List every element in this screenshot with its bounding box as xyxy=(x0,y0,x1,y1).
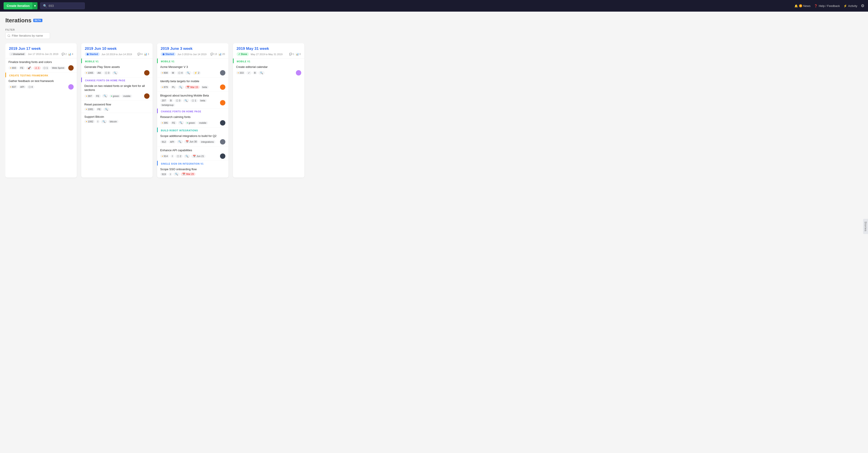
avatar xyxy=(220,70,225,76)
status-pill: ◉ Started xyxy=(85,52,100,56)
avatar xyxy=(220,84,225,90)
story-item[interactable]: Enhance API capabilities 914I⬡ 2🔍📅 Jun 2… xyxy=(157,146,228,161)
filter-input[interactable] xyxy=(5,32,50,39)
tag: I xyxy=(170,154,174,158)
story-tags: 1082I🔍bitcoin xyxy=(84,120,119,123)
tag: FE xyxy=(170,121,177,124)
tag: I xyxy=(96,120,100,123)
global-search[interactable]: 🔍 693 xyxy=(40,2,85,9)
settings-icon: ⚙ xyxy=(861,4,864,8)
card-header: 2019 May 31 week ✓ Done May 27 2019 to M… xyxy=(233,43,304,59)
tag: 🔍 xyxy=(103,108,110,111)
story-item[interactable]: Finalize branding fonts and colors 693FE… xyxy=(5,58,77,73)
avatar xyxy=(144,70,150,76)
meta-icons: 💬 4 📊 3 xyxy=(137,53,149,56)
card-body: MOBILE V1 Create editorial calendar 333✓… xyxy=(233,59,304,77)
tag: 912 xyxy=(160,140,167,143)
tag: 🔍 xyxy=(258,71,265,75)
points-count: 📊 0 xyxy=(296,53,301,56)
story-tags-row: 1082I🔍bitcoin xyxy=(84,120,150,123)
story-tags-row: 808M⬡ 4🔍⚡ 2 xyxy=(160,70,225,76)
tag: ✓ xyxy=(246,71,251,75)
create-iteration-button[interactable]: Create Iteration ▾ xyxy=(4,2,37,9)
card-meta: ✓ Done May 27 2019 to May 31 2019 💬 1 📊 … xyxy=(237,52,301,56)
story-item[interactable]: Gather feedback on test framework 837API… xyxy=(5,77,77,91)
news-button[interactable]: 🔔 ● News xyxy=(794,4,811,8)
tag: 397 xyxy=(84,94,93,97)
iteration-card: 2019 Jun 10 week ◉ Started Jun 10 2019 t… xyxy=(81,43,153,177)
tag: betatgroup xyxy=(160,104,175,107)
help-button[interactable]: ❓ Help / Feedback xyxy=(814,4,840,8)
filter-label: FILTER xyxy=(5,28,863,31)
tag: mobile xyxy=(122,94,132,97)
tag: 🔍 xyxy=(112,71,118,75)
tag: bitcoin xyxy=(108,120,119,123)
tag: 914 xyxy=(160,154,169,158)
story-name: Create editorial calendar xyxy=(236,65,301,69)
stories-count: 💬 4 xyxy=(137,53,143,56)
story-item[interactable]: Research calming fonts 395FE🔍 greenmobil… xyxy=(157,113,228,128)
settings-button[interactable]: ⚙ xyxy=(861,3,864,8)
story-item[interactable]: Identify beta targets for mobile 879PL🔍📅… xyxy=(157,78,228,92)
tag: AA xyxy=(96,71,102,75)
tag: Web Sprint xyxy=(51,66,66,69)
story-tags: 693FE🚀⚠ 1⬡ 1Web Sprint xyxy=(8,66,66,70)
iteration-title: 2019 May 31 week xyxy=(237,47,301,51)
story-item[interactable]: Decide on two related fonts or single fo… xyxy=(81,82,153,101)
card-body: MOBILE V1 Generate Play Store assets 106… xyxy=(81,59,153,125)
story-item[interactable]: Scope additional integrations to build f… xyxy=(157,132,228,146)
card-meta: ○ Unstarted Jun 17 2019 to Jun 21 2019 💬… xyxy=(9,52,73,56)
story-item[interactable]: Scope SSO onboarding flow 919I🔍📅 Mar 29 xyxy=(157,166,228,177)
tag: mobile xyxy=(197,121,208,124)
filter-section: FILTER xyxy=(5,28,863,39)
search-icon: 🔍 xyxy=(43,4,47,8)
group-label: BUILD ROBOT INTEGRATIONS xyxy=(158,128,228,132)
tag: B xyxy=(253,71,257,75)
story-tags-row: 879PL🔍📅 Mar 15beta xyxy=(160,84,225,90)
group-label: CHANGE FONTS ON HOME PAGE xyxy=(82,78,153,82)
avatar xyxy=(220,120,225,125)
card-meta: ◉ Started Jun 3 2019 to Jun 14 2019 💬 13… xyxy=(161,52,225,56)
story-item[interactable]: Create editorial calendar 333✓B🔍 xyxy=(233,63,304,77)
story-item[interactable]: Reset password flow 1081FE🔍 xyxy=(81,101,153,113)
story-tags-row: 207B⬡ 3🔍⬡ 1betabetatgroup xyxy=(160,99,225,107)
story-tags: 837API⬡ 4 xyxy=(8,85,34,89)
card-body: Finalize branding fonts and colors 693FE… xyxy=(5,58,77,91)
story-group: CREATE TESTING FRAMEWORK xyxy=(5,73,77,77)
status-pill: ✓ Done xyxy=(237,52,249,56)
tag: green xyxy=(185,121,196,124)
tag: 333 xyxy=(236,71,245,75)
tag: API xyxy=(19,85,26,88)
story-item[interactable]: Support Bitcoin 1082I🔍bitcoin xyxy=(81,113,153,125)
story-group: MOBILE V1 xyxy=(157,59,228,63)
story-tags: 919I🔍📅 Mar 29 xyxy=(160,172,195,176)
story-item[interactable]: Generate Play Store assets 1065AA⬡ 3🔍 xyxy=(81,63,153,78)
story-tags-row: 1081FE🔍 xyxy=(84,108,150,111)
story-name: Reset password flow xyxy=(84,103,150,107)
iteration-card: 2019 May 31 week ✓ Done May 27 2019 to M… xyxy=(233,43,304,177)
story-name: Support Bitcoin xyxy=(84,115,150,119)
activity-icon: ⚡ xyxy=(843,4,847,8)
group-label: MOBILE V1 xyxy=(158,59,228,63)
story-tags-row: 333✓B🔍 xyxy=(236,70,301,76)
card-meta: ◉ Started Jun 10 2019 to Jun 14 2019 💬 4… xyxy=(85,52,149,56)
tag: 1065 xyxy=(84,71,95,75)
story-tags-row: 837API⬡ 4 xyxy=(8,84,74,90)
card-body: MOBILE V1 Acme Messenger V 3 808M⬡ 4🔍⚡ 2… xyxy=(157,59,228,177)
stories-sidebar[interactable]: Stories xyxy=(863,219,868,234)
story-item[interactable]: Acme Messenger V 3 808M⬡ 4🔍⚡ 2 xyxy=(157,63,228,78)
avatar xyxy=(296,70,301,76)
page-title: Iterations xyxy=(5,17,31,24)
story-tags-row: 693FE🚀⚠ 1⬡ 1Web Sprint xyxy=(8,65,74,70)
tag: ⚡ 2 xyxy=(192,71,201,75)
iteration-title: 2019 June 3 week xyxy=(161,47,225,51)
story-name: Scope SSO onboarding flow xyxy=(160,167,225,171)
dropdown-arrow-icon[interactable]: ▾ xyxy=(32,2,37,9)
story-name: Enhance API capabilities xyxy=(160,148,225,152)
tag: beta xyxy=(201,86,209,89)
story-tags-row: 914I⬡ 2🔍📅 Jun 21 xyxy=(160,153,225,159)
tag: ⬡ 4 xyxy=(177,71,184,75)
date-range: Jun 17 2019 to Jun 21 2019 xyxy=(28,53,58,55)
activity-button[interactable]: ⚡ Activity xyxy=(843,4,857,8)
story-item[interactable]: Blogpost about launching Mobile Beta 207… xyxy=(157,92,228,108)
